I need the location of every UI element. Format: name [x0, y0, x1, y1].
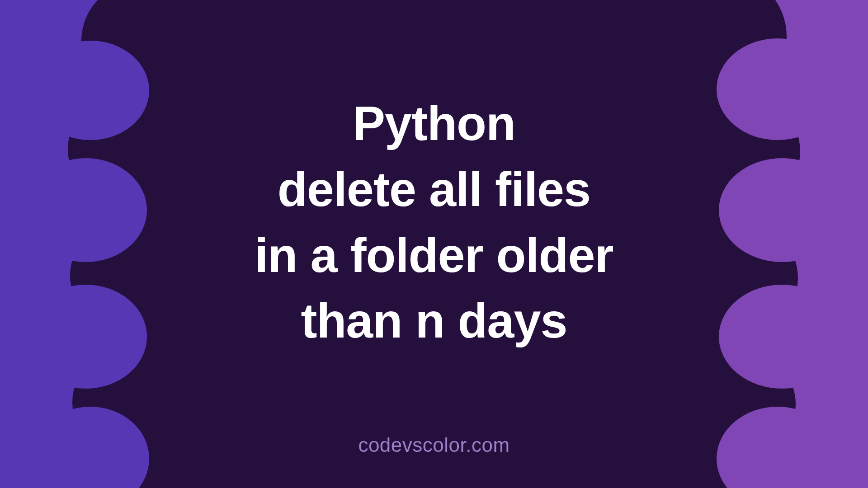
watermark: codevscolor.com — [0, 434, 868, 456]
title-line-4: than n days — [163, 288, 705, 354]
title: Python delete all files in a folder olde… — [0, 90, 868, 354]
title-line-1: Python — [163, 90, 705, 156]
title-line-2: delete all files — [163, 156, 705, 222]
title-line-3: in a folder older — [163, 222, 705, 288]
